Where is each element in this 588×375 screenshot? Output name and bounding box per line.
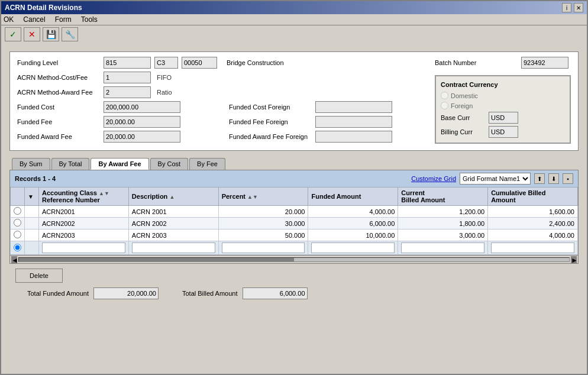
tab-by-total[interactable]: By Total <box>51 158 90 170</box>
row1-cumulative-billed: 1,600.00 <box>488 206 578 218</box>
tab-by-award-fee[interactable]: By Award Fee <box>91 158 148 170</box>
funding-level-code-input[interactable] <box>154 57 178 69</box>
row4-current-billed[interactable] <box>398 241 488 255</box>
table-row: ACRN2002 ACRN 2002 30.000 6,000.00 1,800… <box>11 218 578 229</box>
row3-current-billed: 3,000.00 <box>398 229 488 241</box>
funding-level-input[interactable] <box>104 57 151 69</box>
acrn-award-hint: Ratio <box>157 89 172 96</box>
row4-current-billed-input[interactable] <box>401 243 484 253</box>
grid-icon-btn-1[interactable]: ⬆ <box>534 173 545 184</box>
scrollbar-left-btn[interactable]: ◄ <box>11 256 17 263</box>
menu-item-tools[interactable]: Tools <box>81 15 98 24</box>
horizontal-scrollbar[interactable]: ◄ ► <box>10 255 578 263</box>
close-icon[interactable]: ✕ <box>574 3 583 12</box>
tab-by-sum[interactable]: By Sum <box>12 158 50 170</box>
ok-button[interactable]: ✓ <box>5 27 21 41</box>
billing-curr-label: Billing Curr <box>441 128 485 135</box>
contract-currency-box: Contract Currency Domestic Foreign Base … <box>435 75 571 144</box>
tools-button[interactable]: 🔧 <box>62 27 78 41</box>
delete-button[interactable]: Delete <box>15 269 63 283</box>
row4-cumulative-billed-input[interactable] <box>491 243 574 253</box>
row4-radio-cell[interactable] <box>11 241 25 255</box>
foreign-label: Foreign <box>451 102 473 109</box>
funded-fee-foreign-input[interactable] <box>315 116 392 128</box>
form-right: Batch Number Contract Currency Domestic … <box>435 57 571 146</box>
tab-by-fee[interactable]: By Fee <box>189 158 225 170</box>
total-billed-input[interactable] <box>243 287 308 299</box>
funded-award-fee-input[interactable] <box>104 131 180 143</box>
funded-fee-input[interactable] <box>104 116 180 128</box>
row4-percent[interactable] <box>218 241 308 255</box>
funded-award-fee-label: Funded Award Fee <box>17 133 100 140</box>
row4-cumulative-billed[interactable] <box>488 241 578 255</box>
row4-funded[interactable] <box>308 241 398 255</box>
row3-acclass: ACRN2003 <box>39 229 129 241</box>
scrollbar-thumb[interactable] <box>19 258 294 261</box>
row4-description[interactable] <box>128 241 218 255</box>
row2-funded: 6,000.00 <box>308 218 398 229</box>
col-filter-header[interactable]: ▼ <box>25 188 39 206</box>
col-cumulative-billed-header[interactable]: Cumulative BilledAmount <box>488 188 578 206</box>
menu-item-form[interactable]: Form <box>55 15 72 24</box>
domestic-radio-row: Domestic <box>441 92 565 99</box>
domestic-radio[interactable] <box>441 92 448 99</box>
row2-current-billed: 1,800.00 <box>398 218 488 229</box>
delete-row: Delete <box>15 269 573 283</box>
grid-format-select[interactable]: Grid Format Name1 <box>460 173 531 185</box>
help-icon[interactable]: i <box>562 3 571 12</box>
funding-level-row: Funding Level Bridge Construction <box>17 57 429 69</box>
row4-filter-cell <box>25 241 39 255</box>
funding-level-label: Funding Level <box>17 59 100 66</box>
row1-current-billed: 1,200.00 <box>398 206 488 218</box>
row1-funded: 4,000.00 <box>308 206 398 218</box>
col-percent-header[interactable]: Percent ▲▼ <box>218 188 308 206</box>
batch-number-input[interactable] <box>521 57 568 69</box>
row2-radio[interactable] <box>14 219 21 227</box>
grid-icon-btn-3[interactable]: ▪ <box>563 173 573 184</box>
menu-item-ok[interactable]: OK <box>4 15 14 24</box>
acrn-cost-input[interactable] <box>104 72 151 83</box>
row4-percent-input[interactable] <box>222 243 305 253</box>
table-row-selected <box>11 241 578 255</box>
grid-icon-btn-2[interactable]: ⬇ <box>548 173 559 184</box>
save-button[interactable]: 💾 <box>43 27 59 41</box>
scrollbar-track[interactable] <box>18 257 570 262</box>
row3-cumulative-billed: 4,000.00 <box>488 229 578 241</box>
scrollbar-right-btn[interactable]: ► <box>571 256 577 263</box>
menu-item-cancel[interactable]: Cancel <box>23 15 45 24</box>
row4-acclass[interactable] <box>39 241 129 255</box>
acrn-award-row: ACRN Method-Award Fee Ratio <box>17 86 429 98</box>
acrn-cost-hint: FIFO <box>157 74 172 81</box>
col-radio-header <box>11 188 25 206</box>
funded-cost-input[interactable] <box>104 101 180 113</box>
tab-by-cost[interactable]: By Cost <box>150 158 189 170</box>
acrn-award-label: ACRN Method-Award Fee <box>17 89 100 96</box>
col-description-header[interactable]: Description ▲ <box>128 188 218 206</box>
base-curr-label: Base Curr <box>441 114 485 121</box>
total-funded-input[interactable] <box>93 287 159 299</box>
customize-grid-link[interactable]: Customize Grid <box>411 175 456 182</box>
col-acclass-header[interactable]: Accounting Class ▲▼Reference Number <box>39 188 129 206</box>
funded-cost-foreign-input[interactable] <box>315 101 392 113</box>
billing-curr-input[interactable] <box>489 126 518 138</box>
funded-award-fee-foreign-input[interactable] <box>315 131 392 143</box>
funded-cost-foreign-row: Funded Cost Foreign <box>229 101 429 113</box>
funded-cost-right: Funded Cost Foreign Funded Fee Foreign F… <box>229 101 429 146</box>
row3-radio[interactable] <box>14 231 21 238</box>
acrn-award-input[interactable] <box>104 86 151 98</box>
cancel-button[interactable]: ✕ <box>24 27 40 41</box>
row1-radio-cell[interactable] <box>11 206 25 218</box>
row1-radio[interactable] <box>14 207 21 215</box>
foreign-radio[interactable] <box>441 102 448 109</box>
col-current-billed-header[interactable]: CurrentBilled Amount <box>398 188 488 206</box>
row3-radio-cell[interactable] <box>11 229 25 241</box>
row2-acclass: ACRN2002 <box>39 218 129 229</box>
funding-level-id-input[interactable] <box>182 57 217 69</box>
col-funded-header[interactable]: Funded Amount <box>308 188 398 206</box>
row4-description-input[interactable] <box>132 243 215 253</box>
base-curr-input[interactable] <box>489 112 518 124</box>
row4-funded-input[interactable] <box>311 243 395 253</box>
row4-acclass-input[interactable] <box>42 243 125 253</box>
row4-radio[interactable] <box>14 244 21 251</box>
row2-radio-cell[interactable] <box>11 218 25 229</box>
